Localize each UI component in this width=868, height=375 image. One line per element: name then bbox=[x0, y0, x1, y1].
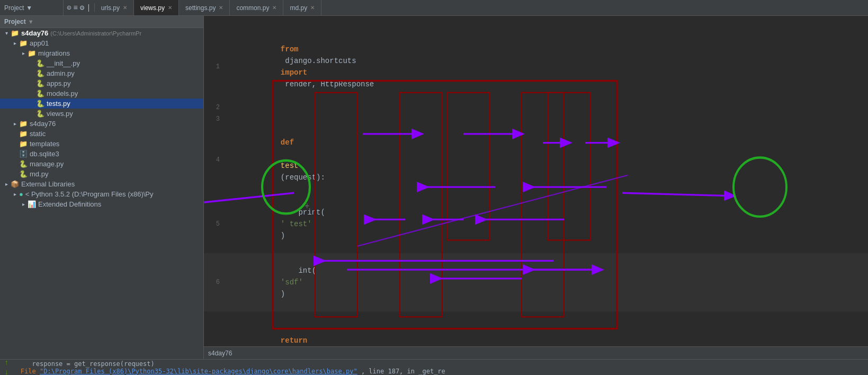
manage-label: manage.py bbox=[30, 160, 64, 168]
text-7a bbox=[281, 325, 299, 333]
sidebar-item-manage[interactable]: 🐍 manage.py bbox=[0, 159, 203, 169]
tab-views-close[interactable]: ✕ bbox=[168, 5, 172, 11]
main-area: Project ▼ ▾ 📁 s4day76 (C:\Users\Administ… bbox=[0, 16, 868, 359]
models-label: models.py bbox=[47, 90, 78, 97]
text-1a: django.shortcuts bbox=[281, 57, 361, 65]
project-status-bar: s4day76 bbox=[204, 346, 868, 359]
db-file-icon: 🗄️ bbox=[19, 150, 28, 158]
project-status-label: s4day76 bbox=[208, 350, 232, 357]
settings-icon[interactable]: ⚙ bbox=[80, 3, 84, 12]
tab-common[interactable]: common.py ✕ bbox=[230, 0, 283, 15]
keyword-return: return bbox=[281, 336, 307, 345]
admin-label: admin.py bbox=[47, 69, 75, 77]
sidebar-item-s4day76[interactable]: ▸ 📁 s4day76 bbox=[0, 119, 203, 129]
sidebar-item-templates[interactable]: 📁 templates bbox=[0, 139, 203, 149]
project-dropdown[interactable]: Project ▼ bbox=[0, 0, 64, 15]
sidebar-item-views[interactable]: 🐍 views.py bbox=[0, 109, 203, 119]
tab-md-close[interactable]: ✕ bbox=[310, 5, 315, 11]
views-file-icon: 🐍 bbox=[36, 110, 44, 118]
static-label: static bbox=[30, 130, 46, 138]
root-label: s4day76 bbox=[21, 29, 48, 37]
sidebar-item-md[interactable]: 🐍 md.py bbox=[0, 169, 203, 179]
sidebar-item-tests[interactable]: 🐍 tests.py bbox=[0, 99, 203, 109]
code-line-blank3: 3 bbox=[204, 113, 868, 125]
sidebar-item-static[interactable]: 📁 static bbox=[0, 129, 203, 139]
dropdown-arrow: ▼ bbox=[26, 4, 32, 12]
migrations-label: migrations bbox=[38, 49, 70, 57]
editor-wrapper: 1 from django.shortcuts import render, H… bbox=[204, 16, 868, 359]
tab-views-label: views.py bbox=[140, 4, 165, 12]
keyword-from: from bbox=[281, 45, 299, 53]
line-content-1: from django.shortcuts import render, Htt… bbox=[225, 32, 374, 102]
sidebar-item-db[interactable]: 🗄️ db.sqlite3 bbox=[0, 149, 203, 159]
code-line-4: 4 def test (request): bbox=[204, 125, 868, 195]
apps-file-icon: 🐍 bbox=[36, 79, 44, 87]
line-num-1: 1 bbox=[204, 61, 225, 73]
sidebar-item-extlibs[interactable]: ▸ 📦 External Libraries bbox=[0, 179, 203, 189]
admin-file-icon: 🐍 bbox=[36, 69, 44, 77]
sidebar-item-admin[interactable]: 🐍 admin.py bbox=[0, 68, 203, 78]
sidebar-item-migrations[interactable]: ▸ 📁 migrations bbox=[0, 48, 203, 58]
sidebar-item-apps[interactable]: 🐍 apps.py bbox=[0, 78, 203, 88]
project-label: Project bbox=[4, 4, 24, 12]
sync-icon[interactable]: ⊙ bbox=[67, 3, 71, 12]
root-folder-icon: 📁 bbox=[11, 29, 19, 37]
sidebar-item-init[interactable]: 🐍 __init__.py bbox=[0, 58, 203, 68]
templates-folder-icon: 📁 bbox=[19, 140, 28, 148]
migrations-folder-icon: 📁 bbox=[28, 49, 36, 57]
tab-views[interactable]: views.py ✕ bbox=[134, 0, 179, 15]
tab-urls[interactable]: urls.py ✕ bbox=[95, 0, 134, 15]
extdefs-folder-icon: 📊 bbox=[28, 200, 36, 208]
menu-icon[interactable]: ≡ bbox=[73, 4, 77, 12]
bottom-bar: ↑ ↓ response = get_response(request) Fil… bbox=[0, 359, 868, 375]
sidebar-item-app01[interactable]: ▸ 📁 app01 bbox=[0, 38, 203, 48]
tests-file-icon: 🐍 bbox=[36, 100, 44, 108]
static-folder-icon: 📁 bbox=[19, 130, 28, 138]
root-path: (C:\Users\Administrator\PycharmPr bbox=[50, 30, 141, 37]
tab-common-close[interactable]: ✕ bbox=[272, 5, 276, 11]
models-file-icon: 🐍 bbox=[36, 90, 44, 97]
line-num-2: 2 bbox=[204, 102, 225, 113]
sidebar-header-dropdown[interactable]: ▼ bbox=[28, 19, 34, 25]
text-6a: int( bbox=[281, 266, 316, 275]
sidebar-item-extdefs[interactable]: ▸ 📊 Extended Definitions bbox=[0, 199, 203, 209]
text-4a bbox=[281, 150, 285, 158]
python-icon: ● bbox=[19, 190, 23, 198]
extdefs-label: Extended Definitions bbox=[38, 200, 101, 208]
sidebar: Project ▼ ▾ 📁 s4day76 (C:\Users\Administ… bbox=[0, 16, 204, 359]
tab-md[interactable]: md.py ✕ bbox=[283, 0, 321, 15]
md-label: md.py bbox=[30, 170, 48, 178]
file-line-info: , line 187, in _get_re bbox=[361, 368, 445, 375]
text-4b: (request): bbox=[281, 173, 325, 182]
init-file-icon: 🐍 bbox=[36, 59, 44, 67]
tab-urls-close[interactable]: ✕ bbox=[123, 5, 127, 11]
app01-arrow: ▸ bbox=[11, 40, 19, 46]
tab-settings[interactable]: settings.py ✕ bbox=[179, 0, 230, 15]
line-num-5: 5 bbox=[204, 218, 225, 230]
sidebar-root[interactable]: ▾ 📁 s4day76 (C:\Users\Administrator\Pych… bbox=[0, 28, 203, 38]
line-num-6: 6 bbox=[204, 276, 225, 288]
text-1b: render, HttpResponse bbox=[281, 80, 374, 88]
s4day76-folder-icon: 📁 bbox=[19, 120, 28, 128]
file-path[interactable]: "D:\Program Files (x86)\Python35-32\lib\… bbox=[40, 368, 357, 375]
tab-common-label: common.py bbox=[236, 4, 269, 12]
scroll-up-arrow[interactable]: ↑ bbox=[4, 359, 8, 367]
extdefs-arrow: ▸ bbox=[19, 201, 28, 207]
sidebar-header: Project ▼ bbox=[0, 16, 203, 28]
tab-settings-close[interactable]: ✕ bbox=[219, 5, 223, 11]
editor[interactable]: 1 from django.shortcuts import render, H… bbox=[204, 16, 868, 346]
sidebar-header-label: Project bbox=[4, 18, 26, 25]
extlibs-arrow: ▸ bbox=[2, 181, 11, 187]
bottom-file-line: File "D:\Program Files (x86)\Python35-32… bbox=[13, 368, 864, 375]
editor-content: 1 from django.shortcuts import render, H… bbox=[204, 16, 868, 346]
str-sdf: 'sdf' bbox=[281, 278, 303, 287]
root-arrow: ▾ bbox=[2, 30, 11, 36]
text-6b: ) bbox=[281, 290, 285, 298]
scroll-down-arrow[interactable]: ↓ bbox=[4, 368, 8, 376]
app01-folder-icon: 📁 bbox=[19, 39, 28, 47]
sidebar-item-python[interactable]: ▸ ● < Python 3.5.2 (D:\Program Files (x8… bbox=[0, 189, 203, 199]
line-num-3: 3 bbox=[204, 113, 225, 125]
sidebar-item-models[interactable]: 🐍 models.py bbox=[0, 88, 203, 99]
tests-label: tests.py bbox=[47, 100, 70, 108]
code-line-blank1 bbox=[204, 20, 868, 32]
